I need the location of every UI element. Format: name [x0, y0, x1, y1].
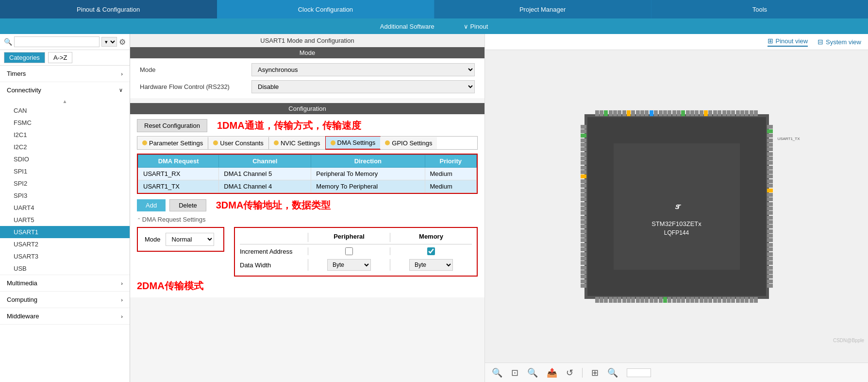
sidebar-item-usart1[interactable]: USART1 [0, 226, 130, 238]
search-small-icon[interactable]: 🔍 [607, 367, 618, 378]
sidebar-item-fsmc[interactable]: FSMC [0, 117, 130, 129]
nav-tools[interactable]: Tools [651, 0, 868, 18]
nav-project[interactable]: Project Manager [434, 0, 651, 18]
scroll-up-icon: ▲ [63, 99, 67, 104]
sidebar-item-spi1[interactable]: SPI1 [0, 165, 130, 177]
tab-categories[interactable]: Categories [4, 52, 45, 63]
computing-arrow-icon: › [121, 297, 123, 303]
subnav-software[interactable]: Additional Software [380, 23, 434, 30]
tab-az[interactable]: A->Z [48, 52, 73, 63]
table-row[interactable]: USART1_RX DMA1 Channel 5 Peripheral To M… [138, 168, 477, 180]
sidebar-group-computing: Computing › [0, 292, 130, 308]
row2-direction: Memory To Peripheral [311, 180, 425, 193]
hw-flow-label: Hardware Flow Control (RS232) [140, 83, 247, 90]
center-panel: USART1 Mode and Configuration Mode Mode … [130, 34, 484, 382]
data-width-label: Data Width [240, 261, 308, 269]
add-button[interactable]: Add [137, 199, 166, 211]
delete-button[interactable]: Delete [169, 199, 206, 211]
memory-header: Memory [390, 233, 472, 242]
row1-priority: Medium [425, 168, 477, 180]
zoom-in-icon[interactable]: 🔍 [492, 367, 502, 378]
pinout-view-button[interactable]: ⊞ Pinout view [768, 37, 808, 47]
increment-address-label: Increment Address [240, 248, 308, 255]
tab-param-settings[interactable]: Parameter Settings [137, 137, 208, 149]
mode-row-hwflow: Hardware Flow Control (RS232) Disable En… [140, 80, 475, 93]
peripheral-header: Peripheral [308, 233, 390, 242]
sidebar-item-usart2[interactable]: USART2 [0, 238, 130, 250]
sidebar-group-computing-header[interactable]: Computing › [0, 292, 130, 308]
main-layout: 🔍 ▾ ⚙ Categories A->Z Timers › [0, 34, 868, 382]
sidebar-group-connectivity-header[interactable]: Connectivity ∨ [0, 82, 130, 98]
chip-logo: ST [675, 176, 678, 215]
mode-header: Mode [130, 47, 484, 58]
sidebar-group-timers-header[interactable]: Timers › [0, 66, 130, 82]
nav-clock[interactable]: Clock Configuration [217, 0, 434, 18]
mode-fields: Mode Asynchronous Synchronous Hardware F… [130, 58, 484, 98]
nav-pinout[interactable]: Pinout & Configuration [0, 0, 217, 18]
tab-user-constants[interactable]: User Constants [208, 137, 269, 149]
tab-dma-settings[interactable]: DMA Settings [325, 136, 381, 150]
export-icon[interactable]: 📤 [547, 367, 557, 378]
gear-icon[interactable]: ⚙ [119, 37, 126, 47]
row1-request: USART1_RX [138, 168, 219, 180]
sub-nav: Additional Software ∨ Pinout [0, 18, 868, 34]
sidebar-item-uart5[interactable]: UART5 [0, 214, 130, 226]
sidebar-item-i2c2[interactable]: I2C2 [0, 141, 130, 153]
system-view-button[interactable]: ⊟ System view [818, 38, 861, 46]
sidebar-item-usb[interactable]: USB [0, 262, 130, 275]
tab-gpio-settings[interactable]: GPIO Settings [380, 137, 437, 149]
peripheral-data-width-select[interactable]: Byte Half Word Word [327, 259, 371, 271]
sidebar-item-spi3[interactable]: SPI3 [0, 190, 130, 202]
row2-channel: DMA1 Channel 4 [219, 180, 311, 193]
pinout-view-icon: ⊞ [768, 37, 773, 45]
dma-col-priority: Priority [425, 155, 477, 168]
dma-request-settings-label: ⌃ DMA Request Settings [137, 216, 478, 223]
zoom-search-input[interactable] [627, 368, 651, 377]
chip-inner: ST STM32F103ZETx LQFP144 [614, 143, 740, 270]
dma-table-wrapper: DMA Request Channel Direction Priority U… [137, 154, 478, 194]
annotation-2: 3DMA传输地址，数据类型 [216, 199, 331, 212]
mode-select[interactable]: Asynchronous Synchronous [251, 63, 475, 76]
sidebar-item-sdio[interactable]: SDIO [0, 153, 130, 165]
sidebar-group-middleware-header[interactable]: Middleware › [0, 308, 130, 324]
top-nav: Pinout & Configuration Clock Configurati… [0, 0, 868, 18]
nvic-dot-icon [274, 140, 279, 145]
table-row[interactable]: USART1_TX DMA1 Channel 4 Memory To Perip… [138, 180, 477, 193]
search-dropdown[interactable]: ▾ [101, 37, 117, 47]
row1-direction: Peripheral To Memory [311, 168, 425, 180]
zoom-out-icon[interactable]: 🔍 [527, 367, 538, 378]
dma-col-channel: Channel [219, 155, 311, 168]
mode-field-label: Mode [140, 66, 247, 73]
search-input[interactable] [14, 36, 100, 47]
peripheral-increment-checkbox[interactable] [345, 247, 353, 255]
divider-icon [582, 368, 583, 378]
row2-request: USART1_TX [138, 180, 219, 193]
sidebar-group-multimedia-header[interactable]: Multimedia › [0, 275, 130, 291]
sidebar-group-timers: Timers › [0, 66, 130, 82]
zoom-fit-icon[interactable]: ⊡ [511, 367, 518, 378]
sidebar-item-usart3[interactable]: USART3 [0, 250, 130, 262]
hw-flow-select[interactable]: Disable Enable [251, 80, 475, 93]
sidebar-item-uart4[interactable]: UART4 [0, 202, 130, 214]
chip-area: ST STM32F103ZETx LQFP144 USART1_TX CSDN@… [485, 50, 868, 363]
chip-name: STM32F103ZETx [651, 220, 701, 227]
sidebar: 🔍 ▾ ⚙ Categories A->Z Timers › [0, 34, 130, 382]
memory-data-width-select[interactable]: Byte Half Word Word [409, 259, 453, 271]
mode-row-mode: Mode Asynchronous Synchronous [140, 63, 475, 76]
tab-nvic-settings[interactable]: NVIC Settings [269, 137, 326, 149]
rotate-icon[interactable]: ↺ [566, 367, 573, 378]
grid-icon[interactable]: ⊞ [591, 367, 599, 378]
connectivity-arrow-icon: ∨ [119, 87, 123, 93]
subnav-pinout[interactable]: ∨ Pinout [464, 23, 488, 30]
memory-increment-checkbox[interactable] [427, 247, 435, 255]
peripheral-memory-box: Peripheral Memory Increment Address [234, 227, 478, 277]
sidebar-item-can[interactable]: CAN [0, 104, 130, 117]
dma-mode-select[interactable]: Normal Circular [166, 233, 214, 246]
row1-channel: DMA1 Channel 5 [219, 168, 311, 180]
reset-config-button[interactable]: Reset Configuration [137, 119, 207, 132]
sidebar-group-middleware: Middleware › [0, 308, 130, 325]
annotation-1: 1DMA通道，传输方式，传输速度 [217, 119, 361, 132]
bottom-toolbar: 🔍 ⊡ 🔍 📤 ↺ ⊞ 🔍 [485, 363, 868, 382]
sidebar-item-spi2[interactable]: SPI2 [0, 177, 130, 190]
sidebar-item-i2c1[interactable]: I2C1 [0, 129, 130, 141]
